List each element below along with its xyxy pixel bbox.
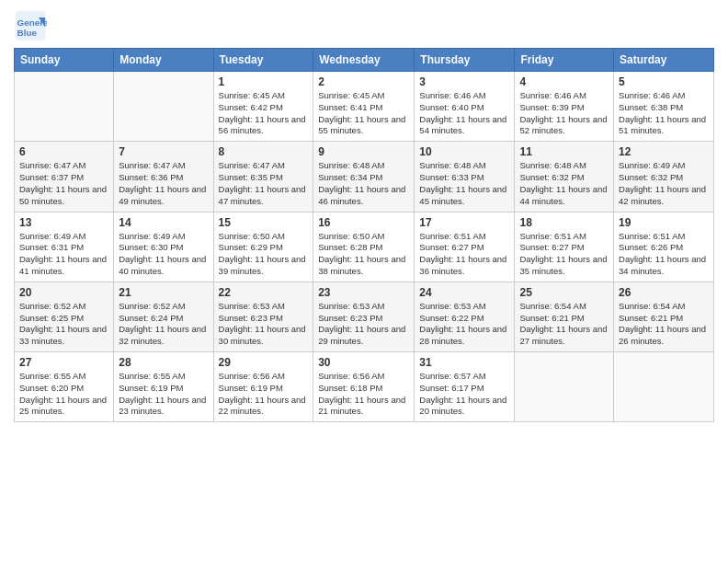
- weekday-header-sunday: Sunday: [15, 49, 114, 72]
- day-info: Sunrise: 6:47 AM Sunset: 6:35 PM Dayligh…: [219, 160, 309, 207]
- calendar-cell: 27Sunrise: 6:55 AM Sunset: 6:20 PM Dayli…: [15, 352, 114, 422]
- calendar-week-row: 1Sunrise: 6:45 AM Sunset: 6:42 PM Daylig…: [15, 72, 714, 142]
- day-number: 10: [419, 145, 509, 158]
- day-number: 26: [619, 286, 709, 299]
- calendar-cell: [15, 72, 114, 142]
- calendar-cell: 9Sunrise: 6:48 AM Sunset: 6:34 PM Daylig…: [313, 142, 415, 212]
- calendar-cell: 3Sunrise: 6:46 AM Sunset: 6:40 PM Daylig…: [415, 72, 515, 142]
- calendar-cell: 5Sunrise: 6:46 AM Sunset: 6:38 PM Daylig…: [614, 72, 714, 142]
- calendar-cell: 31Sunrise: 6:57 AM Sunset: 6:17 PM Dayli…: [415, 352, 515, 422]
- day-info: Sunrise: 6:47 AM Sunset: 6:36 PM Dayligh…: [119, 160, 208, 207]
- day-info: Sunrise: 6:49 AM Sunset: 6:31 PM Dayligh…: [19, 231, 108, 278]
- day-info: Sunrise: 6:53 AM Sunset: 6:22 PM Dayligh…: [419, 301, 509, 348]
- calendar-cell: 15Sunrise: 6:50 AM Sunset: 6:29 PM Dayli…: [213, 212, 313, 282]
- day-number: 24: [419, 286, 509, 299]
- calendar-cell: 28Sunrise: 6:55 AM Sunset: 6:19 PM Dayli…: [114, 352, 213, 422]
- day-number: 15: [219, 216, 309, 229]
- day-number: 19: [619, 216, 709, 229]
- day-number: 6: [19, 145, 108, 158]
- calendar-cell: 4Sunrise: 6:46 AM Sunset: 6:39 PM Daylig…: [515, 72, 614, 142]
- day-info: Sunrise: 6:57 AM Sunset: 6:17 PM Dayligh…: [419, 371, 509, 418]
- calendar-cell: 12Sunrise: 6:49 AM Sunset: 6:32 PM Dayli…: [614, 142, 714, 212]
- day-info: Sunrise: 6:50 AM Sunset: 6:29 PM Dayligh…: [219, 231, 309, 278]
- day-number: 1: [219, 75, 309, 88]
- page: General Blue SundayMondayTuesdayWednesda…: [0, 0, 728, 563]
- day-info: Sunrise: 6:46 AM Sunset: 6:40 PM Dayligh…: [419, 90, 509, 137]
- day-number: 23: [318, 286, 409, 299]
- calendar-week-row: 27Sunrise: 6:55 AM Sunset: 6:20 PM Dayli…: [15, 352, 714, 422]
- calendar-cell: 19Sunrise: 6:51 AM Sunset: 6:26 PM Dayli…: [614, 212, 714, 282]
- logo: General Blue: [14, 9, 51, 42]
- calendar-cell: [114, 72, 213, 142]
- day-number: 11: [519, 145, 609, 158]
- day-info: Sunrise: 6:51 AM Sunset: 6:27 PM Dayligh…: [519, 231, 609, 278]
- day-info: Sunrise: 6:54 AM Sunset: 6:21 PM Dayligh…: [519, 301, 609, 348]
- svg-text:Blue: Blue: [17, 28, 38, 38]
- calendar-cell: 25Sunrise: 6:54 AM Sunset: 6:21 PM Dayli…: [515, 282, 614, 351]
- day-number: 28: [119, 356, 208, 369]
- calendar-cell: [515, 352, 614, 422]
- day-number: 7: [119, 145, 208, 158]
- calendar-cell: 1Sunrise: 6:45 AM Sunset: 6:42 PM Daylig…: [213, 72, 313, 142]
- day-info: Sunrise: 6:50 AM Sunset: 6:28 PM Dayligh…: [318, 231, 409, 278]
- day-number: 8: [219, 145, 309, 158]
- day-number: 18: [519, 216, 609, 229]
- calendar-cell: 17Sunrise: 6:51 AM Sunset: 6:27 PM Dayli…: [415, 212, 515, 282]
- calendar-cell: 30Sunrise: 6:56 AM Sunset: 6:18 PM Dayli…: [313, 352, 415, 422]
- calendar-body: 1Sunrise: 6:45 AM Sunset: 6:42 PM Daylig…: [15, 72, 714, 422]
- day-info: Sunrise: 6:45 AM Sunset: 6:42 PM Dayligh…: [219, 90, 309, 137]
- calendar-week-row: 13Sunrise: 6:49 AM Sunset: 6:31 PM Dayli…: [15, 212, 714, 282]
- day-info: Sunrise: 6:49 AM Sunset: 6:30 PM Dayligh…: [119, 231, 208, 278]
- calendar-cell: 26Sunrise: 6:54 AM Sunset: 6:21 PM Dayli…: [614, 282, 714, 351]
- day-info: Sunrise: 6:54 AM Sunset: 6:21 PM Dayligh…: [619, 301, 709, 348]
- calendar-header: SundayMondayTuesdayWednesdayThursdayFrid…: [15, 49, 714, 72]
- weekday-header-friday: Friday: [515, 49, 614, 72]
- day-info: Sunrise: 6:46 AM Sunset: 6:39 PM Dayligh…: [519, 90, 609, 137]
- day-info: Sunrise: 6:55 AM Sunset: 6:20 PM Dayligh…: [19, 371, 108, 418]
- calendar-cell: 13Sunrise: 6:49 AM Sunset: 6:31 PM Dayli…: [15, 212, 114, 282]
- calendar-cell: 20Sunrise: 6:52 AM Sunset: 6:25 PM Dayli…: [15, 282, 114, 351]
- day-info: Sunrise: 6:51 AM Sunset: 6:27 PM Dayligh…: [419, 231, 509, 278]
- day-number: 4: [519, 75, 609, 88]
- weekday-header-thursday: Thursday: [415, 49, 515, 72]
- day-info: Sunrise: 6:53 AM Sunset: 6:23 PM Dayligh…: [318, 301, 409, 348]
- day-number: 27: [19, 356, 108, 369]
- calendar-cell: 7Sunrise: 6:47 AM Sunset: 6:36 PM Daylig…: [114, 142, 213, 212]
- weekday-header-tuesday: Tuesday: [213, 49, 313, 72]
- day-number: 3: [419, 75, 509, 88]
- day-number: 12: [619, 145, 709, 158]
- day-number: 20: [19, 286, 108, 299]
- calendar-week-row: 20Sunrise: 6:52 AM Sunset: 6:25 PM Dayli…: [15, 282, 714, 351]
- day-info: Sunrise: 6:53 AM Sunset: 6:23 PM Dayligh…: [219, 301, 309, 348]
- calendar-cell: 16Sunrise: 6:50 AM Sunset: 6:28 PM Dayli…: [313, 212, 415, 282]
- calendar-cell: 29Sunrise: 6:56 AM Sunset: 6:19 PM Dayli…: [213, 352, 313, 422]
- weekday-header-saturday: Saturday: [614, 49, 714, 72]
- weekday-header-row: SundayMondayTuesdayWednesdayThursdayFrid…: [15, 49, 714, 72]
- day-number: 16: [318, 216, 409, 229]
- calendar-week-row: 6Sunrise: 6:47 AM Sunset: 6:37 PM Daylig…: [15, 142, 714, 212]
- calendar-cell: 11Sunrise: 6:48 AM Sunset: 6:32 PM Dayli…: [515, 142, 614, 212]
- day-info: Sunrise: 6:47 AM Sunset: 6:37 PM Dayligh…: [19, 160, 108, 207]
- day-number: 21: [119, 286, 208, 299]
- calendar-cell: 8Sunrise: 6:47 AM Sunset: 6:35 PM Daylig…: [213, 142, 313, 212]
- day-info: Sunrise: 6:55 AM Sunset: 6:19 PM Dayligh…: [119, 371, 208, 418]
- day-info: Sunrise: 6:51 AM Sunset: 6:26 PM Dayligh…: [619, 231, 709, 278]
- day-number: 30: [318, 356, 409, 369]
- weekday-header-wednesday: Wednesday: [313, 49, 415, 72]
- day-number: 14: [119, 216, 208, 229]
- day-info: Sunrise: 6:56 AM Sunset: 6:18 PM Dayligh…: [318, 371, 409, 418]
- day-number: 29: [219, 356, 309, 369]
- calendar-table: SundayMondayTuesdayWednesdayThursdayFrid…: [14, 48, 714, 422]
- calendar-cell: 22Sunrise: 6:53 AM Sunset: 6:23 PM Dayli…: [213, 282, 313, 351]
- calendar-cell: 18Sunrise: 6:51 AM Sunset: 6:27 PM Dayli…: [515, 212, 614, 282]
- day-number: 31: [419, 356, 509, 369]
- day-number: 9: [318, 145, 409, 158]
- day-number: 13: [19, 216, 108, 229]
- calendar-cell: 21Sunrise: 6:52 AM Sunset: 6:24 PM Dayli…: [114, 282, 213, 351]
- day-info: Sunrise: 6:48 AM Sunset: 6:33 PM Dayligh…: [419, 160, 509, 207]
- weekday-header-monday: Monday: [114, 49, 213, 72]
- calendar-cell: 10Sunrise: 6:48 AM Sunset: 6:33 PM Dayli…: [415, 142, 515, 212]
- calendar-cell: 24Sunrise: 6:53 AM Sunset: 6:22 PM Dayli…: [415, 282, 515, 351]
- day-number: 5: [619, 75, 709, 88]
- calendar-cell: 14Sunrise: 6:49 AM Sunset: 6:30 PM Dayli…: [114, 212, 213, 282]
